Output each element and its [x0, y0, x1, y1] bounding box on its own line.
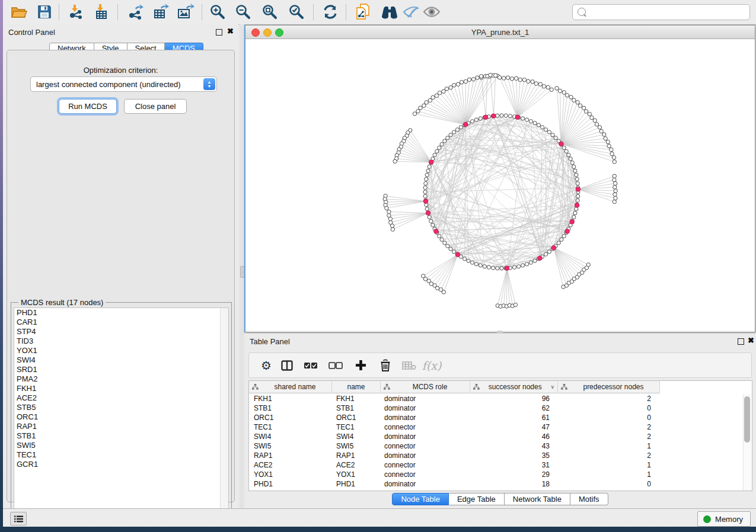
cell-predecessor-nodes[interactable]: 1: [556, 442, 657, 450]
mcds-result-item[interactable]: SWI5: [14, 441, 228, 450]
clone-network-button[interactable]: [353, 2, 373, 21]
table-row[interactable]: STB1STB1dominator620: [249, 403, 752, 413]
cell-MCDS-role[interactable]: connector: [379, 442, 468, 450]
cell-name[interactable]: SWI4: [331, 432, 379, 441]
mcds-result-item[interactable]: STP4: [14, 327, 228, 336]
cell-predecessor-nodes[interactable]: 2: [556, 432, 657, 441]
export-image-button[interactable]: [176, 2, 196, 21]
tab-network-table[interactable]: Network Table: [505, 493, 570, 505]
cell-successor-nodes[interactable]: 46: [468, 432, 556, 441]
run-mcds-button[interactable]: Run MCDS: [59, 99, 117, 114]
cell-MCDS-role[interactable]: dominator: [379, 451, 468, 460]
network-view-titlebar[interactable]: YPA_prune.txt_1: [245, 25, 755, 39]
table-row[interactable]: ACE2ACE2connector311: [249, 460, 752, 470]
table-row[interactable]: PHD1PHD1dominator180: [249, 479, 752, 489]
mcds-result-item[interactable]: PMA2: [14, 374, 228, 384]
import-network-button[interactable]: [66, 2, 86, 21]
table-row[interactable]: RAP1RAP1dominator352: [249, 451, 752, 460]
table-options-button[interactable]: ⚙: [257, 357, 275, 374]
column-header-successor-nodes[interactable]: successor nodes∨: [470, 381, 558, 393]
mcds-result-item[interactable]: ORC1: [14, 412, 228, 422]
cell-name[interactable]: SWI5: [331, 442, 379, 450]
create-column-button[interactable]: [352, 357, 369, 374]
zoom-fit-button[interactable]: [260, 2, 280, 21]
cell-name[interactable]: FKH1: [331, 395, 379, 403]
cell-shared-name[interactable]: ORC1: [249, 414, 331, 422]
vertical-splitter[interactable]: [240, 24, 244, 508]
mcds-result-item[interactable]: TID3: [14, 336, 228, 346]
cell-MCDS-role[interactable]: dominator: [379, 404, 468, 412]
tab-edge-table[interactable]: Edge Table: [449, 493, 505, 505]
cell-predecessor-nodes[interactable]: 1: [556, 461, 657, 469]
mcds-result-item[interactable]: CAR1: [14, 318, 228, 327]
cell-name[interactable]: YOX1: [331, 470, 379, 479]
cell-predecessor-nodes[interactable]: 0: [556, 404, 657, 412]
mcds-result-item[interactable]: ACE2: [14, 393, 228, 403]
column-header-shared-name[interactable]: shared name: [249, 381, 332, 393]
column-header-MCDS-role[interactable]: MCDS role: [381, 381, 470, 393]
mcds-result-list[interactable]: PHD1CAR1STP4TID3YOX1SWI4SRD1PMA2FKH1ACE2…: [14, 307, 229, 520]
cell-MCDS-role[interactable]: connector: [379, 470, 468, 479]
export-table-button[interactable]: [151, 2, 171, 21]
cell-successor-nodes[interactable]: 29: [468, 470, 556, 479]
select-all-columns-button[interactable]: [302, 357, 320, 374]
zoom-selected-button[interactable]: [286, 2, 307, 21]
cell-successor-nodes[interactable]: 35: [468, 451, 556, 460]
cell-successor-nodes[interactable]: 61: [468, 414, 556, 422]
search-field[interactable]: [572, 4, 750, 20]
deselect-all-columns-button[interactable]: [327, 357, 344, 374]
cell-predecessor-nodes[interactable]: 2: [556, 451, 657, 460]
apply-layout-button[interactable]: [320, 2, 340, 21]
cell-name[interactable]: ACE2: [331, 461, 379, 469]
cell-shared-name[interactable]: ACE2: [249, 461, 331, 469]
zoom-in-button[interactable]: [208, 2, 228, 21]
close-panel-button[interactable]: Close panel: [124, 99, 187, 114]
column-header-name[interactable]: name: [332, 381, 381, 393]
mcds-result-item[interactable]: YOX1: [14, 346, 228, 355]
cell-predecessor-nodes[interactable]: 2: [556, 423, 657, 431]
mcds-result-item[interactable]: GCR1: [14, 460, 228, 469]
network-graph[interactable]: [245, 39, 754, 331]
export-network-button[interactable]: [125, 2, 145, 21]
cell-predecessor-nodes[interactable]: 1: [556, 470, 657, 479]
cell-shared-name[interactable]: TEC1: [249, 423, 331, 431]
table-scrollbar-thumb[interactable]: [744, 396, 750, 443]
mcds-list-scrollbar[interactable]: [220, 308, 228, 519]
mcds-result-item[interactable]: STB1: [14, 431, 228, 441]
float-table-panel-icon[interactable]: [738, 338, 744, 345]
delete-table-button-disabled[interactable]: [400, 357, 418, 374]
table-scrollbar[interactable]: [743, 394, 751, 491]
cell-successor-nodes[interactable]: 96: [468, 395, 556, 403]
cell-successor-nodes[interactable]: 62: [468, 404, 556, 412]
table-row[interactable]: SWI4SWI4dominator462: [249, 432, 752, 441]
cell-shared-name[interactable]: FKH1: [249, 395, 331, 403]
cell-predecessor-nodes[interactable]: 0: [556, 414, 657, 422]
import-table-button[interactable]: [91, 2, 111, 21]
cell-name[interactable]: TEC1: [331, 423, 379, 431]
open-file-button[interactable]: [9, 2, 29, 21]
cell-MCDS-role[interactable]: dominator: [379, 414, 468, 422]
cell-name[interactable]: STB1: [331, 404, 379, 412]
cell-MCDS-role[interactable]: connector: [379, 461, 468, 469]
cell-predecessor-nodes[interactable]: 2: [556, 395, 657, 403]
search-input[interactable]: [589, 7, 746, 17]
mcds-result-item[interactable]: SRD1: [14, 365, 228, 374]
cell-shared-name[interactable]: SWI5: [249, 442, 331, 450]
cell-successor-nodes[interactable]: 43: [468, 442, 556, 450]
mcds-result-item[interactable]: STB5: [14, 403, 228, 412]
mcds-result-item[interactable]: SWI4: [14, 355, 228, 365]
cell-predecessor-nodes[interactable]: 0: [556, 480, 657, 488]
float-panel-icon[interactable]: [216, 29, 222, 36]
cell-shared-name[interactable]: RAP1: [249, 451, 331, 460]
show-task-history-button[interactable]: [10, 512, 27, 525]
cell-shared-name[interactable]: SWI4: [249, 432, 331, 441]
column-header-predecessor-nodes[interactable]: predecessor nodes: [558, 381, 660, 393]
tab-motifs[interactable]: Motifs: [570, 493, 608, 505]
cell-name[interactable]: RAP1: [331, 451, 379, 460]
table-row[interactable]: FKH1FKH1dominator962: [249, 394, 752, 403]
cell-MCDS-role[interactable]: dominator: [379, 395, 468, 403]
mcds-result-item[interactable]: PHD1: [14, 308, 228, 318]
table-row[interactable]: TEC1TEC1connector472: [249, 422, 752, 432]
cell-MCDS-role[interactable]: dominator: [379, 480, 468, 488]
cell-name[interactable]: ORC1: [331, 414, 379, 422]
